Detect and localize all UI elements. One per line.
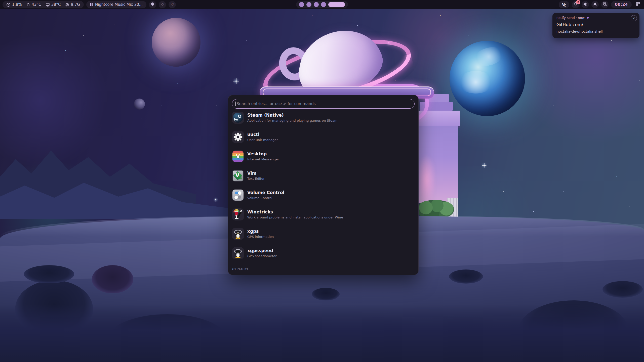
media-title: Nightcore Music Mix 20... <box>95 2 143 7</box>
heart-icon: ♡ <box>170 3 174 7</box>
entry-name: Vim <box>247 171 265 176</box>
notifications-button-wrap: 2 <box>572 1 579 8</box>
search-input[interactable] <box>237 102 411 106</box>
notification-popup[interactable]: notify-send · now × GitHub.com/ noctalia… <box>552 13 639 38</box>
volume-sliders-icon <box>232 189 244 201</box>
skull-button[interactable] <box>149 1 156 8</box>
app-grid-button[interactable] <box>634 1 641 8</box>
system-stats-pill[interactable]: 1.8% 43°C 38°C 9.7G <box>3 1 84 8</box>
vesktop-rainbow-icon: V <box>232 150 244 162</box>
pause-icon <box>90 3 93 6</box>
notification-close-button[interactable]: × <box>631 15 637 21</box>
heart-button[interactable]: ♡ <box>159 1 166 8</box>
gear-icon <box>232 131 244 143</box>
tux-orbit-icon <box>232 228 244 240</box>
entry-description: Work around problems and install applica… <box>247 215 343 219</box>
skull-icon <box>150 2 155 7</box>
app-launcher: Steam (Native) Application for managing … <box>228 95 419 275</box>
crater <box>24 265 74 283</box>
cpu-usage: 1.8% <box>6 2 22 7</box>
desktop: 1.8% 43°C 38°C 9.7G Nightcore Music Mix … <box>0 0 644 362</box>
list-item-vesktop[interactable]: V Vesktop Internet Messenger <box>232 150 415 162</box>
monitor-icon <box>46 3 50 7</box>
workspace-indicator[interactable] <box>296 1 348 8</box>
cpu-temperature: 43°C <box>26 2 41 7</box>
wine-glass-wand-icon <box>232 208 244 220</box>
list-item-winetricks[interactable]: Winetricks Work around problems and inst… <box>232 208 415 220</box>
temperature-icon <box>26 3 30 7</box>
grid-plus-icon <box>636 2 640 7</box>
entry-name: Steam (Native) <box>247 113 338 118</box>
moon-slash-icon <box>603 2 607 7</box>
list-item-steam[interactable]: Steam (Native) Application for managing … <box>232 112 415 124</box>
entry-description: GPS speedometer <box>247 254 277 258</box>
crater <box>449 269 483 284</box>
entry-description: Text Editor <box>247 177 265 181</box>
entry-name: Winetricks <box>247 209 343 214</box>
workspace-dot-4[interactable] <box>321 2 326 7</box>
crater <box>312 288 340 300</box>
notification-count-badge: 2 <box>576 0 580 4</box>
notification-body: noctalia-dev/noctalia.shell <box>556 29 635 33</box>
entry-description: Application for managing and playing gam… <box>247 119 338 123</box>
close-icon: × <box>632 16 635 20</box>
entry-description: Volume Control <box>247 196 284 200</box>
sun-icon <box>593 2 597 7</box>
entry-name: xgps <box>247 229 274 234</box>
list-item-xgps[interactable]: xgps GPS information <box>232 228 415 240</box>
purple-planet <box>152 18 200 67</box>
results-count: 62 results <box>232 267 248 271</box>
small-moon <box>134 99 145 110</box>
volume-button[interactable] <box>582 1 589 8</box>
list-item-vim[interactable]: Vim Vim Text Editor <box>232 170 415 182</box>
entry-description: Internet Messenger <box>247 157 279 161</box>
workspace-active-pill[interactable] <box>328 2 345 7</box>
clock[interactable]: 00:24 <box>611 1 632 8</box>
tray-app-button[interactable]: V C <box>559 1 569 8</box>
workspace-dot-3[interactable] <box>314 2 319 7</box>
entry-name: xgpsspeed <box>247 248 277 253</box>
entry-name: uuctl <box>247 132 278 137</box>
list-item-xgpsspeed[interactable]: xgpsspeed GPS speedometer <box>232 247 415 259</box>
chip-icon <box>65 3 69 7</box>
bar-left-cluster: 1.8% 43°C 38°C 9.7G Nightcore Music Mix … <box>3 1 176 8</box>
list-item-uuctl[interactable]: uuctl User unit manager <box>232 131 415 143</box>
memory-usage: 9.7G <box>65 2 80 7</box>
crater <box>602 281 643 298</box>
text-caret <box>235 102 236 106</box>
entry-name: Volume Control <box>247 190 284 195</box>
search-field-wrap <box>232 99 415 109</box>
brightness-button[interactable] <box>591 1 599 8</box>
list-item-volume-control[interactable]: Volume Control Volume Control <box>232 189 415 201</box>
notification-header: notify-send · now <box>556 16 635 20</box>
notification-meta: notify-send · now <box>556 16 585 20</box>
speaker-icon <box>583 2 587 7</box>
crater <box>92 265 133 293</box>
heart-icon: ♡ <box>160 3 164 7</box>
steam-icon <box>232 112 244 124</box>
workspace-dot-1[interactable] <box>299 2 304 7</box>
tux-orbit-icon <box>232 247 244 259</box>
gauge-icon <box>6 3 11 7</box>
entry-name: Vesktop <box>247 151 279 156</box>
results-footer: 62 results <box>228 263 418 275</box>
entry-description: User unit manager <box>247 138 278 142</box>
bright-star <box>215 199 216 200</box>
top-bar: 1.8% 43°C 38°C 9.7G Nightcore Music Mix … <box>0 0 644 9</box>
results-list: Steam (Native) Application for managing … <box>232 112 415 266</box>
bright-star <box>235 80 237 82</box>
unread-dot-icon <box>587 17 589 19</box>
foreground-shadow <box>0 304 644 362</box>
vim-icon: Vim <box>232 170 244 182</box>
heart-button-2[interactable]: ♡ <box>169 1 176 8</box>
bar-right-cluster: V C 2 00:24 <box>559 1 641 8</box>
night-light-button[interactable] <box>601 1 609 8</box>
notification-title: GitHub.com/ <box>556 22 635 27</box>
media-player-pill[interactable]: Nightcore Music Mix 20... <box>86 1 146 8</box>
bright-star <box>484 165 485 166</box>
gpu-temperature: 38°C <box>46 2 61 7</box>
entry-description: GPS information <box>247 235 274 239</box>
workspace-dot-2[interactable] <box>306 2 311 7</box>
